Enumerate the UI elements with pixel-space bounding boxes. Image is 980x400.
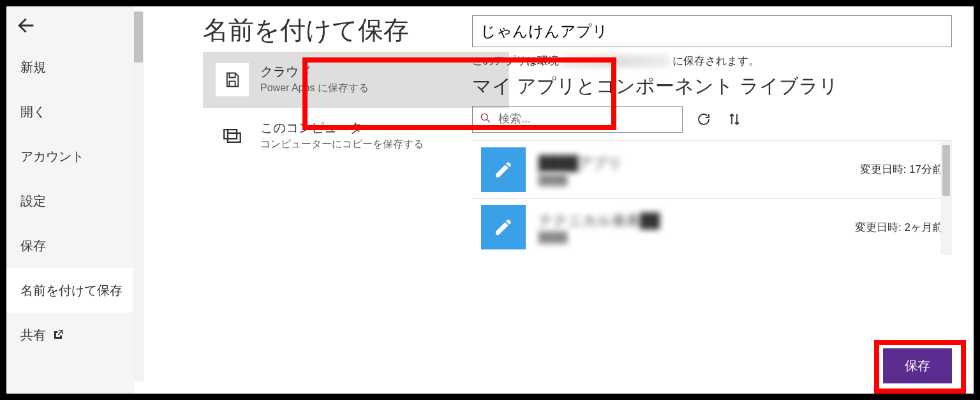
app-modified-date: 変更日時: 2ヶ月前 <box>855 220 943 235</box>
app-name-redacted: テクニカル発表██ <box>538 211 842 230</box>
pencil-icon <box>493 159 514 180</box>
sort-button[interactable] <box>725 110 744 129</box>
sidebar-item-open[interactable]: 開く <box>6 89 134 134</box>
search-box[interactable] <box>472 106 683 133</box>
location-title: このコンピューター <box>260 119 424 137</box>
sort-icon <box>727 112 742 127</box>
location-subtitle: コンピューターにコピーを保存する <box>260 138 424 151</box>
save-location-computer[interactable]: このコンピューター コンピューターにコピーを保存する <box>203 108 509 164</box>
list-scrollbar[interactable] <box>940 141 952 255</box>
list-item[interactable]: ████アプリ ████ 変更日時: 17分前 <box>472 141 952 198</box>
app-sub-redacted: ████ <box>538 232 842 243</box>
search-input[interactable] <box>498 112 676 126</box>
pencil-icon <box>493 217 514 237</box>
save-location-cloud[interactable]: クラウド Power Apps に保存する <box>203 52 509 108</box>
svg-line-1 <box>487 119 490 122</box>
app-list: ████アプリ ████ 変更日時: 17分前 テクニカル発表██ ████ <box>472 140 952 255</box>
svg-point-0 <box>481 114 487 120</box>
sidebar-item-label: 新規 <box>20 59 46 76</box>
sidebar-item-save-as[interactable]: 名前を付けて保存 <box>6 268 134 313</box>
main-area: 名前を付けて保存 クラウド Power Apps に保存する こ <box>134 6 974 394</box>
list-item[interactable]: テクニカル発表██ ████ 変更日時: 2ヶ月前 <box>472 198 952 255</box>
sidebar-item-label: アカウント <box>20 148 84 165</box>
environment-info: このアプリは環境 に保存されます。 <box>472 54 952 68</box>
sidebar-item-label: 保存 <box>20 237 46 255</box>
section-title: マイ アプリとコンポーネント ライブラリ <box>472 73 952 100</box>
back-button[interactable] <box>6 6 45 45</box>
app-name-redacted: ████アプリ <box>538 154 847 173</box>
app-modified-date: 変更日時: 17分前 <box>860 162 943 177</box>
sidebar-item-new[interactable]: 新規 <box>6 45 134 89</box>
env-prefix: このアプリは環境 <box>472 54 559 68</box>
location-title: クラウド <box>260 63 369 80</box>
computer-icon <box>216 119 249 152</box>
environment-name-redacted <box>561 55 670 68</box>
refresh-button[interactable] <box>694 110 713 129</box>
app-sub-redacted: ████ <box>538 174 847 186</box>
sidebar-item-settings[interactable]: 設定 <box>6 179 134 223</box>
save-location-pane: 名前を付けて保存 クラウド Power Apps に保存する こ <box>134 10 472 394</box>
open-external-icon <box>52 329 64 341</box>
sidebar: 新規 開く アカウント 設定 保存 名前を付けて保存 共有 <box>6 6 134 394</box>
arrow-left-icon <box>15 15 37 36</box>
scrollbar-thumb[interactable] <box>942 145 950 196</box>
sidebar-item-save[interactable]: 保存 <box>6 223 134 268</box>
sidebar-item-label: 共有 <box>20 327 46 344</box>
app-tile-icon <box>481 147 526 192</box>
search-icon <box>479 112 492 127</box>
app-tile-icon <box>481 205 526 249</box>
refresh-icon <box>696 112 711 127</box>
sidebar-item-share[interactable]: 共有 <box>6 313 134 357</box>
page-title: 名前を付けて保存 <box>203 13 472 48</box>
save-button[interactable]: 保存 <box>883 348 952 383</box>
sidebar-item-label: 設定 <box>20 193 46 210</box>
sidebar-item-label: 開く <box>20 103 46 121</box>
save-form-pane: このアプリは環境 に保存されます。 マイ アプリとコンポーネント ライブラリ <box>472 10 974 394</box>
location-subtitle: Power Apps に保存する <box>260 82 369 95</box>
sidebar-item-account[interactable]: アカウント <box>6 134 134 179</box>
app-name-input[interactable] <box>472 15 952 47</box>
save-icon <box>216 63 249 96</box>
env-suffix: に保存されます。 <box>672 54 759 68</box>
sidebar-item-label: 名前を付けて保存 <box>20 282 122 299</box>
